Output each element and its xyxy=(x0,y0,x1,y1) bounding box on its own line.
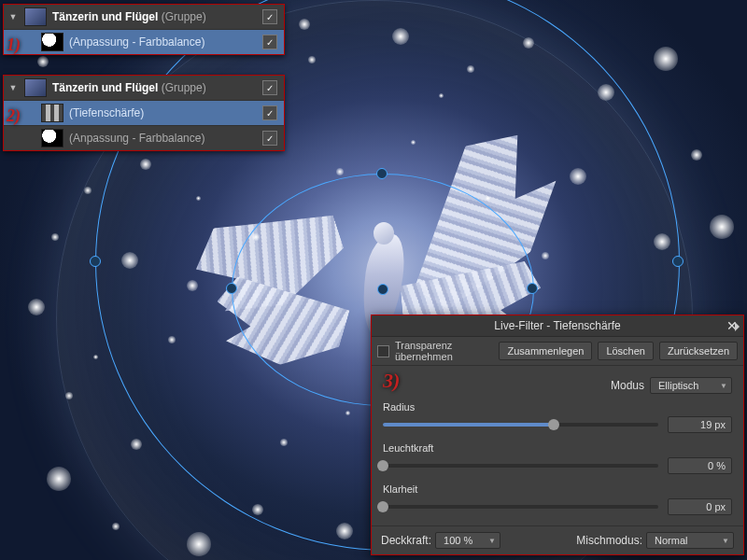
visibility-checkbox[interactable]: ✓ xyxy=(262,80,277,95)
chevron-down-icon: ▼ xyxy=(722,537,729,545)
mode-select[interactable]: Elliptisch▼ xyxy=(650,377,732,394)
radius-value[interactable]: 19 px xyxy=(668,416,732,433)
layer-name: (Tiefenschärfe) xyxy=(69,106,256,119)
reset-button[interactable]: Zurücksetzen xyxy=(659,342,738,360)
handle[interactable] xyxy=(672,256,684,267)
annotation-marker-1: 1) xyxy=(7,35,21,55)
slider-knob[interactable] xyxy=(377,460,388,471)
transparency-checkbox[interactable] xyxy=(377,345,389,357)
luminosity-label: Leuchtkraft xyxy=(383,442,732,454)
layer-name: (Anpassung - Farbbalance) xyxy=(69,35,256,49)
handle[interactable] xyxy=(527,283,538,294)
layer-name: Tänzerin und Flügel (Gruppe) xyxy=(52,81,256,94)
disclosure-icon[interactable]: ▼ xyxy=(4,83,19,92)
handle[interactable] xyxy=(376,168,388,179)
layer-child-row[interactable]: (Tiefenschärfe) ✓ xyxy=(4,100,284,125)
adjustment-thumbnail xyxy=(41,129,63,147)
clarity-value[interactable]: 0 px xyxy=(668,498,732,515)
layer-group-row[interactable]: ▼ Tänzerin und Flügel (Gruppe) ✓ xyxy=(4,5,284,29)
layer-panel-2: ▼ Tänzerin und Flügel (Gruppe) ✓ (Tiefen… xyxy=(3,75,285,151)
live-filter-dialog: Live-Filter - Tiefenschärfe ✕ Transparen… xyxy=(371,315,744,555)
layer-name: (Anpassung - Farbbalance) xyxy=(69,132,256,145)
disclosure-icon[interactable]: ▼ xyxy=(4,12,19,21)
clarity-slider[interactable] xyxy=(383,505,658,509)
annotation-marker-2: 2) xyxy=(7,106,21,126)
luminosity-slider[interactable] xyxy=(383,464,658,468)
blendmode-label: Mischmodus: xyxy=(576,534,642,547)
layer-thumbnail xyxy=(24,78,47,97)
handle[interactable] xyxy=(90,256,101,267)
dialog-title: Live-Filter - Tiefenschärfe xyxy=(494,319,620,332)
visibility-checkbox[interactable]: ✓ xyxy=(262,9,277,24)
chevron-down-icon: ▼ xyxy=(720,382,727,390)
center-handle[interactable] xyxy=(377,284,388,295)
opacity-select[interactable]: 100 %▼ xyxy=(435,532,500,549)
blendmode-select[interactable]: Normal▼ xyxy=(646,532,734,549)
layer-child-row[interactable]: (Anpassung - Farbbalance) ✓ xyxy=(4,125,284,150)
filter-thumbnail xyxy=(41,104,63,122)
radius-label: Radius xyxy=(383,401,732,413)
layer-child-row[interactable]: (Anpassung - Farbbalance) ✓ xyxy=(4,29,284,54)
layer-name: Tänzerin und Flügel (Gruppe) xyxy=(52,10,256,23)
layer-group-row[interactable]: ▼ Tänzerin und Flügel (Gruppe) ✓ xyxy=(4,76,284,100)
dialog-toolbar: Transparenz übernehmen Zusammenlegen Lös… xyxy=(372,337,743,366)
overflow-icon[interactable] xyxy=(735,322,740,331)
layer-thumbnail xyxy=(24,7,47,26)
delete-button[interactable]: Löschen xyxy=(598,342,654,360)
slider-knob[interactable] xyxy=(548,419,559,430)
opacity-label: Deckkraft: xyxy=(381,534,431,547)
slider-knob[interactable] xyxy=(377,501,388,512)
visibility-checkbox[interactable]: ✓ xyxy=(262,35,277,49)
layer-panel-1: ▼ Tänzerin und Flügel (Gruppe) ✓ (Anpass… xyxy=(3,4,285,55)
clarity-label: Klarheit xyxy=(383,483,732,495)
annotation-marker-3: 3) xyxy=(383,369,400,393)
radius-slider[interactable] xyxy=(383,423,658,427)
transparency-label: Transparenz übernehmen xyxy=(395,340,493,362)
merge-button[interactable]: Zusammenlegen xyxy=(499,342,592,360)
visibility-checkbox[interactable]: ✓ xyxy=(262,105,277,120)
mode-label: Modus xyxy=(611,379,644,392)
dialog-titlebar[interactable]: Live-Filter - Tiefenschärfe ✕ xyxy=(372,315,743,337)
visibility-checkbox[interactable]: ✓ xyxy=(262,131,277,146)
adjustment-thumbnail xyxy=(41,33,63,51)
luminosity-value[interactable]: 0 % xyxy=(668,457,732,474)
handle[interactable] xyxy=(226,283,237,294)
chevron-down-icon: ▼ xyxy=(488,537,496,545)
